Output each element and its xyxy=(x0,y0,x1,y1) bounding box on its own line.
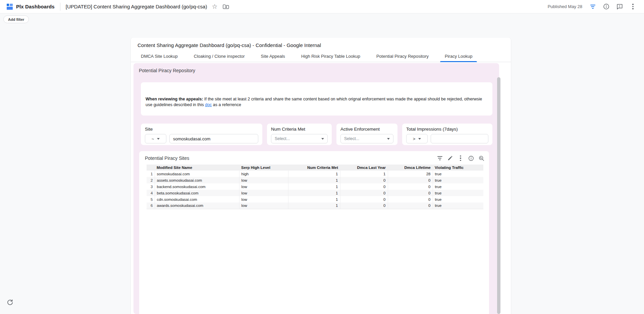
row-number-header xyxy=(147,165,155,171)
cell-site: awards.somoskudasai.com xyxy=(155,203,239,209)
cell-criteria: 1 xyxy=(288,177,340,183)
table-header-row: Modified Site Name Serp High Level Num C… xyxy=(147,165,483,171)
total-impressions-input[interactable] xyxy=(431,134,488,143)
edit-icon[interactable] xyxy=(447,155,453,161)
site-operator-select[interactable]: ~ xyxy=(145,134,166,143)
cell-dmca-last-year: 1 xyxy=(340,171,388,177)
divider xyxy=(60,3,60,11)
cell-violating-traffic: true xyxy=(433,171,483,177)
table-row: 3 backend.somoskudasai.com low 1 0 0 tru… xyxy=(147,183,483,190)
cell-dmca-lifetime: 0 xyxy=(388,177,433,183)
table-info-icon[interactable] xyxy=(468,155,474,161)
row-number: 1 xyxy=(147,171,155,177)
tab-dmca-site-lookup[interactable]: DMCA Site Lookup xyxy=(133,51,186,62)
tab-site-appeals[interactable]: Site Appeals xyxy=(253,51,293,62)
cell-dmca-lifetime: 0 xyxy=(388,196,433,203)
total-impressions-filter-label: Total Impressions (7days) xyxy=(406,127,488,132)
filter-card-site: Site ~ xyxy=(141,124,262,145)
dashboard-filter-icon[interactable] xyxy=(588,2,597,11)
cell-dmca-last-year: 0 xyxy=(340,196,388,203)
table-row: 5 cdn.somoskudasai.com low 1 0 0 true xyxy=(147,196,483,203)
cell-dmca-last-year: 0 xyxy=(340,183,388,190)
active-enforcement-placeholder: Select... xyxy=(344,136,359,141)
chevron-down-icon xyxy=(321,138,324,140)
total-impressions-operator-select[interactable]: > xyxy=(406,134,428,143)
row-number: 3 xyxy=(147,183,155,190)
col-dmca-last-year: Dmca Last Year xyxy=(340,165,388,171)
cell-serp: high xyxy=(239,171,288,177)
top-bar: Plx Dashboards [UPDATED] Content Sharing… xyxy=(0,0,644,13)
note-tail-text: as a referrence xyxy=(212,102,241,107)
num-criteria-select[interactable]: Select... xyxy=(271,134,328,143)
filter-card-total-impressions: Total Impressions (7days) > xyxy=(402,124,492,145)
cell-serp: low xyxy=(239,203,288,209)
tab-piracy-lookup[interactable]: Piracy Lookup xyxy=(437,51,480,62)
dashboard-card: Content Sharing Aggregate Dashboard (go/… xyxy=(131,38,511,314)
cell-serp: low xyxy=(239,177,288,183)
refresh-icon[interactable] xyxy=(7,299,14,306)
app-name: Plx Dashboards xyxy=(16,4,55,9)
star-icon[interactable]: ☆ xyxy=(212,3,217,10)
potential-piracy-sites-card: Potential Piracy Sites xyxy=(139,151,489,314)
potential-piracy-sites-table: Modified Site Name Serp High Level Num C… xyxy=(147,165,483,209)
table-title: Potential Piracy Sites xyxy=(145,155,437,161)
feedback-icon[interactable] xyxy=(615,2,624,11)
table-filter-icon[interactable] xyxy=(437,155,443,161)
active-enforcement-select[interactable]: Select... xyxy=(340,134,393,143)
panel-scrollbar[interactable] xyxy=(497,77,500,314)
active-enforcement-filter-label: Active Enforcement xyxy=(340,127,393,132)
table-row: 4 beta.somoskudasai.com low 1 0 0 true xyxy=(147,190,483,196)
cell-criteria: 1 xyxy=(288,190,340,196)
cell-criteria: 1 xyxy=(288,196,340,203)
table-toolbar xyxy=(437,155,484,161)
site-filter-label: Site xyxy=(145,127,258,132)
site-filter-input[interactable] xyxy=(169,134,258,143)
cell-violating-traffic: true xyxy=(433,177,483,183)
page: Plx Dashboards [UPDATED] Content Sharing… xyxy=(0,0,644,314)
review-guidelines-note: When reviewing the appeals: If the site … xyxy=(141,82,492,116)
cell-serp: low xyxy=(239,196,288,203)
doc-link[interactable]: doc xyxy=(205,102,212,107)
move-to-folder-icon[interactable] xyxy=(221,2,230,11)
cell-dmca-last-year: 0 xyxy=(340,177,388,183)
num-criteria-filter-label: Num Criteria Met xyxy=(271,127,328,132)
topbar-actions: Published May 28 xyxy=(548,2,637,11)
col-dmca-lifetime: Dmca Lifetime xyxy=(388,165,433,171)
cell-dmca-last-year: 0 xyxy=(340,190,388,196)
filter-card-num-criteria: Num Criteria Met Select... xyxy=(267,124,332,145)
cell-site: backend.somoskudasai.com xyxy=(155,183,239,190)
cell-violating-traffic: true xyxy=(433,196,483,203)
plx-logo-icon xyxy=(7,4,13,10)
cell-violating-traffic: true xyxy=(433,183,483,190)
row-number: 6 xyxy=(147,203,155,209)
filter-row: Site ~ Num Criteria Met Select... xyxy=(141,124,492,145)
add-filter-button[interactable]: Add filter xyxy=(3,15,29,23)
cell-site: somoskudasai.com xyxy=(155,171,239,177)
published-status: Published May 28 xyxy=(548,4,582,9)
cell-site: assets.somoskudasai.com xyxy=(155,177,239,183)
panel-title: Potential Piracy Repository xyxy=(133,63,499,73)
tab-potential-piracy-repository[interactable]: Potential Piracy Repository xyxy=(368,51,437,62)
cell-serp: low xyxy=(239,190,288,196)
table-more-options-icon[interactable] xyxy=(458,155,464,161)
document-title: [UPDATED] Content Sharing Aggregate Dash… xyxy=(66,4,207,9)
chevron-down-icon xyxy=(387,138,390,140)
more-options-icon[interactable] xyxy=(629,2,637,11)
piracy-repository-panel: Potential Piracy Repository When reviewi… xyxy=(133,63,499,314)
note-text: When reviewing the appeals: If the site … xyxy=(146,96,487,108)
info-icon[interactable] xyxy=(602,2,610,11)
note-bold-text: When reviewing the appeals: xyxy=(146,97,203,101)
explore-query-icon[interactable] xyxy=(478,155,484,161)
row-number: 5 xyxy=(147,196,155,203)
tab-bar: DMCA Site Lookup Cloaking / Clone inspec… xyxy=(131,51,511,62)
cell-dmca-lifetime: 28 xyxy=(388,171,433,177)
row-number: 4 xyxy=(147,190,155,196)
col-num-criteria-met: Num Criteria Met xyxy=(288,165,340,171)
table-row: 1 somoskudasai.com high 1 1 28 true xyxy=(147,171,483,177)
tab-high-risk-piracy-table-lookup[interactable]: High Risk Piracy Table Lookup xyxy=(293,51,368,62)
col-serp-high-level: Serp High Level xyxy=(239,165,288,171)
tab-cloaking-clone-inspector[interactable]: Cloaking / Clone inspector xyxy=(186,51,253,62)
chevron-down-icon xyxy=(418,138,421,140)
cell-violating-traffic: true xyxy=(433,190,483,196)
row-number: 2 xyxy=(147,177,155,183)
